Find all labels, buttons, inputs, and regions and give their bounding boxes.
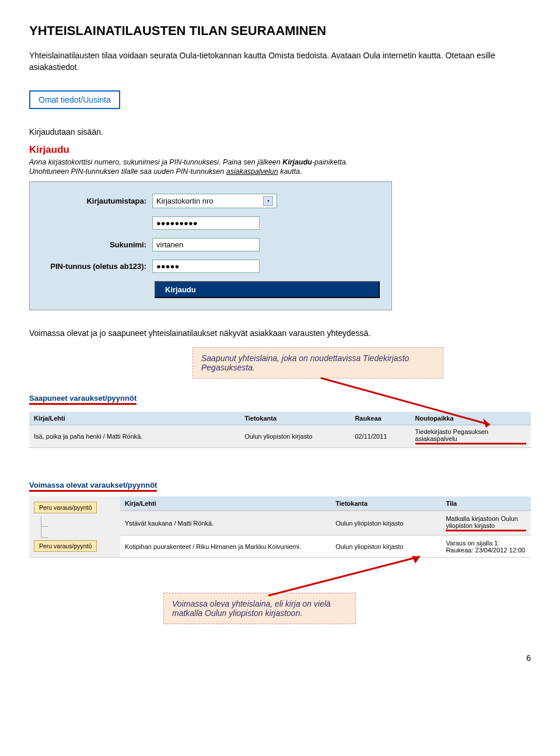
- intro-paragraph-1: Yhteislainatilausten tilaa voidaan seura…: [29, 50, 531, 73]
- login-instruction-1: Anna kirjastokorttisi numero, sukunimesi…: [29, 158, 531, 166]
- pin-label: PIN-tunnus (oletus ab123):: [41, 262, 152, 271]
- arrow-icon: [257, 552, 432, 598]
- svg-line-0: [321, 378, 490, 425]
- active-reservations-table: Peru varaus/pyyntö Peru varaus/pyyntö Ki…: [29, 496, 531, 558]
- pin-input[interactable]: ●●●●●: [152, 260, 260, 273]
- login-heading: Kirjaudu: [29, 144, 531, 156]
- arrow-icon: [315, 375, 502, 433]
- page-number: 6: [29, 653, 531, 663]
- cancel-reservation-button[interactable]: Peru varaus/pyyntö: [34, 540, 97, 552]
- surname-label: Sukunimi:: [41, 240, 152, 249]
- login-method-select[interactable]: Kirjastokortin nro ▾: [152, 194, 277, 208]
- svg-line-2: [268, 556, 420, 596]
- login-form: Kirjautumistapa: Kirjastokortin nro ▾ ●●…: [29, 181, 392, 310]
- active-reservations-heading: Voimassa olevat varaukset/pyynnöt: [29, 481, 157, 492]
- cancel-reservation-button[interactable]: Peru varaus/pyyntö: [34, 502, 97, 513]
- arrived-reservations-heading: Saapuneet varaukset/pyynnöt: [29, 394, 136, 405]
- card-number-input[interactable]: ●●●●●●●●●: [152, 216, 260, 230]
- login-instruction-2: Unohtuneen PIN-tunnuksen tilalle saa uud…: [29, 167, 531, 176]
- col-book: Kirja/Lehti: [29, 412, 240, 425]
- intro-paragraph-3: Voimassa olevat ja jo saapuneet yhteisla…: [29, 328, 531, 340]
- callout-arrived-loan: Saapunut yhteislaina, joka on noudettavi…: [192, 347, 443, 379]
- page-title: YHTEISLAINATILAUSTEN TILAN SEURAAMINEN: [29, 23, 531, 38]
- intro-paragraph-2: Kirjaudutaan sisään.: [29, 127, 531, 138]
- own-info-tab[interactable]: Omat tiedot/Uusinta: [29, 90, 120, 109]
- chevron-down-icon: ▾: [263, 196, 273, 206]
- col-book: Kirja/Lehti: [120, 496, 331, 510]
- customer-service-link[interactable]: asiakaspalvelun: [226, 167, 278, 176]
- login-section: Kirjaudu Anna kirjastokorttisi numero, s…: [29, 144, 531, 310]
- col-status: Tila: [441, 496, 531, 510]
- surname-input[interactable]: virtanen: [152, 238, 260, 251]
- col-database: Tietokanta: [331, 496, 441, 510]
- svg-marker-3: [412, 556, 420, 564]
- login-button[interactable]: Kirjaudu: [155, 281, 380, 298]
- login-method-label: Kirjautumistapa:: [41, 197, 152, 205]
